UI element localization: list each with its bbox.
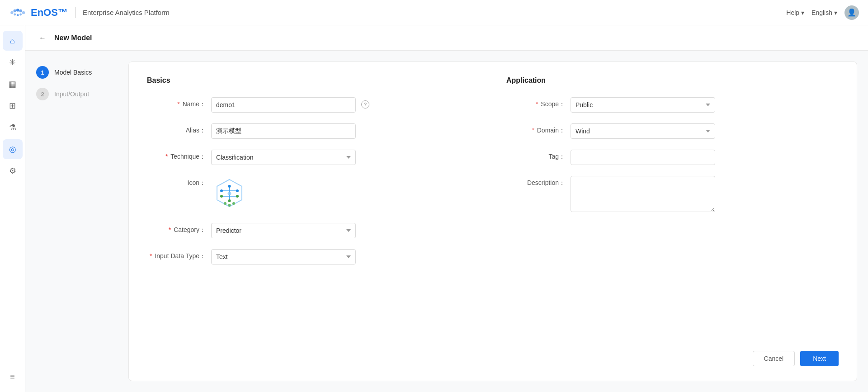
lang-chevron-icon: ▾ xyxy=(834,9,837,16)
model-icon-svg xyxy=(212,177,246,211)
name-row: * Name： ? xyxy=(147,97,479,113)
application-heading: Application xyxy=(506,76,839,85)
name-help-icon[interactable]: ? xyxy=(361,100,369,109)
name-control xyxy=(211,97,356,113)
help-chevron-icon: ▾ xyxy=(801,9,804,16)
name-input[interactable] xyxy=(211,97,356,113)
description-label: Description： xyxy=(506,176,565,187)
svg-point-13 xyxy=(220,189,223,192)
dashboard-icon: ▦ xyxy=(9,79,16,89)
alias-label: Alias： xyxy=(147,123,206,135)
scope-select[interactable]: Public Private Organization xyxy=(571,97,715,113)
home-icon: ⌂ xyxy=(10,36,15,46)
settings-icon: ⚙ xyxy=(9,166,16,176)
form-footer: Cancel Next xyxy=(753,351,839,366)
help-dropdown[interactable]: Help ▾ xyxy=(786,9,804,16)
page-title: New Model xyxy=(54,34,92,42)
scope-control: Public Private Organization xyxy=(571,97,715,113)
top-header: EnOS™ Enterprise Analytics Platform Help… xyxy=(0,0,868,25)
input-data-type-label: * Input Data Type： xyxy=(147,249,206,260)
alias-control xyxy=(211,123,356,139)
icon-row: Icon： xyxy=(147,176,479,212)
technique-select[interactable]: Classification Regression Clustering Dee… xyxy=(211,150,356,165)
svg-point-4 xyxy=(22,11,25,14)
svg-point-3 xyxy=(19,9,22,12)
back-button[interactable]: ← xyxy=(36,32,49,44)
sidebar-item-model[interactable]: ◎ xyxy=(3,139,23,159)
step-2-circle: 2 xyxy=(36,88,49,100)
steps-panel: 1 Model Basics 2 Input/Output xyxy=(36,61,118,381)
icon-display[interactable] xyxy=(211,176,247,212)
svg-point-16 xyxy=(236,195,239,198)
basics-section: Basics * Name： ? xyxy=(147,76,479,275)
enos-logo-icon xyxy=(9,6,27,19)
sidebar-item-analytics[interactable]: ✳ xyxy=(3,52,23,72)
cancel-button[interactable]: Cancel xyxy=(753,351,795,366)
domain-control: Wind Solar Hydro Grid xyxy=(571,123,715,139)
sidebar-item-lab[interactable]: ⚗ xyxy=(3,118,23,137)
form-sections: Basics * Name： ? xyxy=(147,76,839,275)
sidebar-item-dashboard[interactable]: ▦ xyxy=(3,74,23,94)
icon-label: Icon： xyxy=(147,176,206,187)
lab-icon: ⚗ xyxy=(9,123,16,132)
step-1-model-basics[interactable]: 1 Model Basics xyxy=(36,61,118,83)
input-data-type-row: * Input Data Type： Text Image Tabular Ti… xyxy=(147,249,479,264)
svg-point-12 xyxy=(228,185,231,188)
tag-row: Tag： xyxy=(506,150,839,165)
scope-row: * Scope： Public Private Organization xyxy=(506,97,839,113)
domain-label: * Domain： xyxy=(506,123,565,135)
form-card: Basics * Name： ? xyxy=(128,61,857,381)
left-sidebar: ⌂ ✳ ▦ ⊞ ⚗ ◎ ⚙ ≡ xyxy=(0,25,25,392)
svg-point-21 xyxy=(232,202,235,205)
step-1-label: Model Basics xyxy=(54,69,92,76)
step-2-input-output[interactable]: 2 Input/Output xyxy=(36,83,118,105)
sidebar-item-table[interactable]: ⊞ xyxy=(3,96,23,116)
category-select[interactable]: Predictor Processor Analyzer xyxy=(211,223,356,238)
language-dropdown[interactable]: English ▾ xyxy=(811,9,837,16)
header-divider xyxy=(75,7,75,18)
category-label: * Category： xyxy=(147,223,206,234)
back-arrow-icon: ← xyxy=(39,34,46,42)
svg-point-20 xyxy=(228,204,231,207)
description-textarea[interactable] xyxy=(571,176,715,212)
alias-input[interactable] xyxy=(211,123,356,139)
content-layout: 1 Model Basics 2 Input/Output Basics xyxy=(25,51,868,392)
input-data-type-control: Text Image Tabular Time Series xyxy=(211,249,356,264)
model-icon: ◎ xyxy=(9,144,16,154)
svg-point-17 xyxy=(228,199,231,202)
app-title: Enterprise Analytics Platform xyxy=(83,9,170,16)
technique-control: Classification Regression Clustering Dee… xyxy=(211,150,356,165)
next-button[interactable]: Next xyxy=(800,351,839,366)
description-row: Description： xyxy=(506,176,839,213)
domain-select[interactable]: Wind Solar Hydro Grid xyxy=(571,123,715,139)
table-icon: ⊞ xyxy=(9,101,16,111)
input-data-type-select[interactable]: Text Image Tabular Time Series xyxy=(211,249,356,264)
main-content: ← New Model 1 Model Basics 2 Input/Outpu… xyxy=(25,25,868,392)
svg-point-0 xyxy=(10,11,13,14)
technique-row: * Technique： Classification Regression C… xyxy=(147,150,479,165)
domain-row: * Domain： Wind Solar Hydro Grid xyxy=(506,123,839,139)
tag-control xyxy=(571,150,715,165)
svg-point-2 xyxy=(16,9,19,11)
svg-point-19 xyxy=(224,202,226,205)
tag-label: Tag： xyxy=(506,150,565,161)
logo-brand-text: EnOS™ xyxy=(31,7,68,19)
header-right: Help ▾ English ▾ 👤 xyxy=(786,5,859,20)
step-2-label: Input/Output xyxy=(54,90,89,98)
avatar[interactable]: 👤 xyxy=(844,5,859,20)
description-control xyxy=(571,176,715,213)
sidebar-item-home[interactable]: ⌂ xyxy=(3,31,23,51)
svg-point-7 xyxy=(19,13,22,15)
basics-heading: Basics xyxy=(147,76,479,85)
step-1-circle: 1 xyxy=(36,66,49,79)
tag-input[interactable] xyxy=(571,150,715,165)
sidebar-item-list[interactable]: ≡ xyxy=(3,367,23,387)
sidebar-item-settings[interactable]: ⚙ xyxy=(3,161,23,181)
svg-point-6 xyxy=(17,14,19,16)
svg-point-14 xyxy=(236,189,239,192)
svg-point-15 xyxy=(220,195,223,198)
scope-label: * Scope： xyxy=(506,97,565,109)
application-section: Application * Scope： Public Private Orga… xyxy=(506,76,839,275)
svg-point-1 xyxy=(14,9,16,12)
list-icon: ≡ xyxy=(10,372,15,382)
